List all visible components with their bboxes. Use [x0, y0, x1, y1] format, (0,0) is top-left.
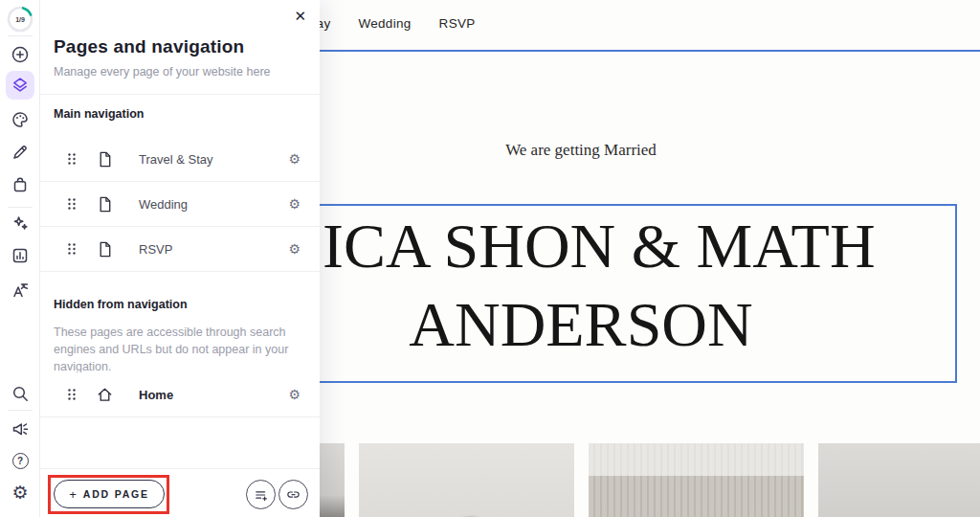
panel-title: Pages and navigation — [54, 36, 244, 57]
hidden-section-description: These pages are accessible through searc… — [54, 324, 304, 375]
pages-button[interactable] — [6, 71, 34, 100]
page-settings-gear-icon[interactable]: ⚙ — [288, 151, 301, 167]
plus-circle-icon — [11, 45, 30, 64]
page-label: Home — [139, 388, 173, 402]
plus-icon: + — [69, 487, 77, 502]
page-row-home[interactable]: Home ⚙ — [40, 372, 320, 417]
ai-tools-button[interactable] — [6, 209, 34, 237]
section-heading-hidden: Hidden from navigation — [54, 298, 188, 311]
link-icon — [286, 487, 301, 502]
list-plus-icon — [254, 487, 269, 503]
divider — [40, 468, 320, 469]
page-file-icon — [96, 195, 114, 214]
gear-icon: ⚙ — [11, 483, 28, 502]
site-nav-link-rsvp[interactable]: RSVP — [439, 16, 476, 31]
divider — [8, 410, 33, 411]
analytics-button[interactable] — [6, 241, 34, 270]
shopping-bag-icon — [11, 175, 30, 194]
add-page-label: ADD PAGE — [83, 488, 149, 500]
page-row-travel-stay[interactable]: Travel & Stay ⚙ — [40, 137, 320, 182]
bar-chart-icon — [11, 246, 30, 265]
drag-handle-icon[interactable] — [63, 195, 80, 213]
sparkles-icon — [11, 214, 30, 233]
pages-panel: ✕ Pages and navigation Manage every page… — [40, 0, 320, 517]
settings-button[interactable]: ⚙ — [6, 478, 34, 506]
page-row-rsvp[interactable]: RSVP ⚙ — [40, 227, 320, 272]
section-heading-main-navigation: Main navigation — [54, 107, 144, 121]
languages-button[interactable] — [6, 276, 34, 304]
gallery-photo[interactable] — [818, 443, 980, 517]
pencil-icon — [11, 143, 30, 162]
add-link-button[interactable] — [278, 480, 308, 509]
search-icon — [11, 384, 30, 403]
page-label: RSVP — [139, 242, 172, 257]
question-icon: ? — [12, 453, 29, 469]
page-settings-gear-icon[interactable]: ⚙ — [288, 241, 301, 257]
page-label: Wedding — [139, 197, 188, 212]
page-settings-gear-icon[interactable]: ⚙ — [288, 387, 301, 402]
page-row-wedding[interactable]: Wedding ⚙ — [40, 182, 320, 227]
editor-sidebar: 1/9 — [0, 0, 40, 517]
palette-icon — [11, 110, 30, 129]
progress-label: 1/9 — [15, 16, 25, 23]
help-button[interactable]: ? — [6, 446, 34, 475]
panel-subtitle: Manage every page of your website here — [54, 65, 271, 79]
setup-progress-ring[interactable]: 1/9 — [6, 5, 34, 34]
translate-icon — [11, 281, 30, 300]
divider — [8, 35, 33, 36]
drag-handle-icon[interactable] — [63, 386, 80, 403]
divider — [8, 207, 33, 208]
gallery-photo[interactable] — [359, 443, 574, 517]
add-page-button[interactable]: + ADD PAGE — [54, 480, 165, 508]
add-element-button[interactable] — [6, 40, 34, 69]
drag-handle-icon[interactable] — [63, 240, 80, 258]
divider — [40, 94, 320, 95]
drag-handle-icon[interactable] — [63, 150, 80, 168]
home-icon — [96, 386, 114, 404]
page-file-icon — [96, 240, 114, 258]
search-button[interactable] — [6, 379, 34, 408]
edit-button[interactable] — [6, 138, 34, 167]
announcements-button[interactable] — [6, 415, 34, 443]
layers-icon — [11, 76, 30, 95]
site-nav-link-wedding[interactable]: Wedding — [358, 16, 411, 31]
megaphone-icon — [11, 419, 30, 438]
page-file-icon — [96, 150, 114, 169]
page-label: Travel & Stay — [139, 152, 213, 167]
gallery-photo[interactable] — [589, 443, 804, 517]
store-button[interactable] — [6, 170, 34, 199]
page-settings-gear-icon[interactable]: ⚙ — [288, 196, 301, 212]
hero-heading-line1[interactable]: ICA SHON & MATH — [323, 214, 876, 278]
design-button[interactable] — [6, 105, 34, 134]
add-navigation-item-button[interactable] — [246, 480, 276, 509]
close-icon[interactable]: ✕ — [294, 8, 306, 25]
